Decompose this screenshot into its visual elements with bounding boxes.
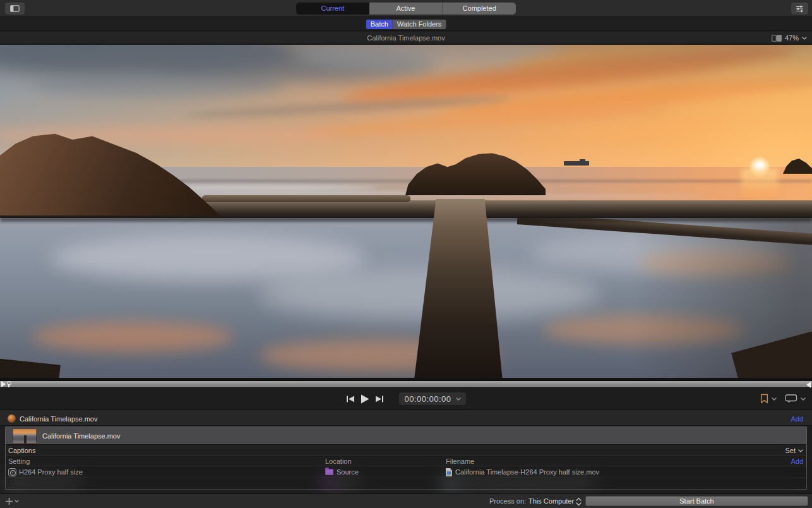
folder-icon [325, 480, 333, 487]
segment-current[interactable]: Current [296, 3, 369, 15]
file-icon [446, 468, 452, 476]
skip-forward-icon [375, 396, 384, 402]
playhead[interactable] [1, 381, 11, 387]
timeline-end-marker [806, 382, 811, 388]
batch-list: California Timelapse.mov Add California … [0, 409, 812, 493]
sidebar-toggle-button[interactable] [5, 3, 25, 15]
movie-file-icon [8, 414, 16, 423]
timecode-field[interactable]: 00:00:00:00 [399, 392, 466, 405]
timeline-scrubber[interactable] [0, 380, 812, 388]
chevron-down-icon [798, 449, 803, 452]
batch-group-row[interactable]: California Timelapse.mov Add [0, 411, 812, 426]
previous-frame-button[interactable] [346, 396, 355, 402]
set-label: Set [785, 447, 796, 454]
footer-bar: Process on: This Computer Start Batch [0, 493, 812, 508]
captions-label: Captions [8, 445, 35, 456]
start-batch-button[interactable]: Start Batch [585, 496, 808, 506]
tab-watch-folders[interactable]: Watch Folders [393, 20, 446, 29]
playhead-pin-icon [6, 381, 11, 387]
job-row-selected[interactable]: California Timelapse.mov [6, 427, 806, 445]
add-setting-link[interactable]: Add [791, 456, 803, 466]
zoom-level-value[interactable]: 47% [785, 34, 799, 42]
display-menu-button[interactable] [801, 397, 806, 401]
output-filename: California Timelapse-H264 Proxy half siz… [455, 467, 599, 478]
output-setting: H264 Proxy half size [19, 467, 83, 478]
next-frame-button[interactable] [375, 396, 384, 402]
chevron-down-icon [801, 397, 806, 401]
skip-back-icon [346, 396, 355, 402]
chevron-down-icon [15, 500, 19, 503]
column-location: Location [325, 456, 352, 466]
captions-row[interactable]: Captions Set [6, 445, 806, 456]
output-location: Source [337, 467, 359, 478]
add-job-button[interactable] [5, 494, 19, 508]
caption-bubble-icon [785, 394, 797, 403]
viewer-title: California Timelapse.mov [0, 32, 812, 44]
job-block: California Timelapse.mov Captions Set Se… [5, 426, 807, 490]
tab-batch[interactable]: Batch [366, 20, 393, 29]
viewer-title-bar: California Timelapse.mov 47% [0, 32, 812, 44]
segment-completed[interactable]: Completed [442, 3, 516, 15]
output-filename: California Timelapse-Apple ProRes 4444.m… [455, 478, 596, 489]
table-header-row: Setting Location Filename Add [6, 456, 806, 466]
play-button[interactable] [361, 394, 369, 404]
process-on-label: Process on: [489, 494, 526, 508]
sliders-icon [796, 5, 804, 13]
chevron-down-icon [772, 397, 777, 401]
top-toolbar: Current Active Completed [0, 0, 812, 17]
job-title: California Timelapse.mov [42, 427, 121, 445]
output-setting: Apple ProRes 4444 [19, 478, 79, 489]
captions-set-menu[interactable]: Set [785, 445, 803, 456]
setting-icon [8, 480, 16, 488]
output-row[interactable]: Apple ProRes 4444 Source California Time… [6, 478, 806, 489]
playhead-triangle-icon [1, 381, 6, 387]
plus-icon [5, 497, 13, 505]
add-output-link[interactable]: Add [791, 411, 803, 426]
column-filename: Filename [446, 456, 474, 466]
setting-icon [8, 468, 16, 476]
scrubber-zone [0, 378, 812, 388]
output-row[interactable]: H264 Proxy half size Source California T… [6, 467, 806, 478]
compare-view-toggle[interactable] [772, 35, 782, 42]
ship-silhouette [564, 161, 589, 166]
column-setting: Setting [8, 456, 30, 466]
timecode-value: 00:00:00:00 [404, 394, 451, 404]
job-thumbnail [13, 428, 37, 444]
split-view-icon [772, 35, 782, 42]
zoom-menu-button[interactable] [802, 37, 807, 40]
compressor-window: Current Active Completed Batch Watch Fol… [0, 0, 812, 508]
inspector-toggle-button[interactable] [791, 3, 808, 15]
marker-menu-button[interactable] [772, 397, 777, 401]
display-overlay-button[interactable] [785, 394, 797, 403]
play-icon [361, 394, 369, 404]
segment-active[interactable]: Active [369, 3, 443, 15]
batch-group-title: California Timelapse.mov [20, 411, 98, 426]
output-location: Source [337, 478, 359, 489]
folder-icon [325, 469, 333, 475]
sidebar-icon [10, 5, 20, 12]
mode-tab-row: Batch Watch Folders [0, 18, 812, 31]
marker-bookmark-icon [760, 394, 768, 404]
view-segmented-control: Current Active Completed [296, 3, 516, 15]
process-on-stepper[interactable] [576, 497, 582, 508]
chevron-down-icon [802, 37, 807, 40]
chevron-down-icon [456, 397, 461, 401]
mode-tabs: Batch Watch Folders [366, 20, 446, 29]
stepper-chevrons-icon [576, 497, 582, 506]
process-on-popup[interactable]: This Computer [528, 494, 574, 508]
add-marker-button[interactable] [760, 394, 768, 404]
transport-bar: 00:00:00:00 [0, 388, 812, 409]
preview-image [0, 45, 812, 378]
file-icon [446, 480, 452, 488]
